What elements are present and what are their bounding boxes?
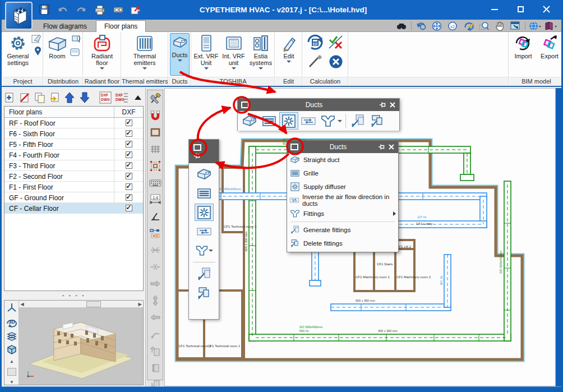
web-button[interactable] [529,21,541,31]
layers-button[interactable] [4,329,19,343]
pan-button[interactable] [493,21,506,31]
move-right-button-disabled[interactable] [147,275,163,292]
preview-horizontal-scrollbar[interactable]: ◀▶ [19,301,143,308]
toolbar-mode-icon[interactable] [193,144,201,151]
move-left-button-disabled[interactable] [147,309,163,326]
menu-item-delete-fittings[interactable]: Delete fittings [287,237,398,250]
axes-view-button[interactable] [4,301,19,315]
edit-plans-button[interactable] [31,33,42,44]
ext-vrf-unit-button[interactable]: Ext. VRF Unit [193,33,219,70]
dxf-layers-button[interactable]: DXFDWG [115,91,128,104]
floor-row-f5[interactable]: F5 - Fifth Floor [4,139,143,150]
collapse-panel-button[interactable] [132,91,144,104]
edit-floor-button[interactable] [19,91,31,104]
undo-button[interactable] [56,3,70,17]
zoom-previous-button[interactable] [415,21,427,31]
zoom-window-button[interactable] [478,21,490,31]
dxf-checkbox[interactable] [126,151,132,158]
wizard-button[interactable] [307,53,324,69]
edit-button[interactable]: Edit [278,33,300,63]
room-options-button[interactable] [70,47,81,58]
join-duct-button-disabled[interactable] [147,259,163,275]
3d-preview-canvas[interactable] [19,308,143,385]
grid-button[interactable] [147,141,163,158]
solid-view-button[interactable] [4,343,19,357]
rotate-room-button[interactable] [70,33,81,44]
save-button[interactable] [38,3,51,17]
close-icon[interactable] [389,102,396,108]
dxf-checkbox[interactable] [126,183,132,190]
bim-import-button[interactable]: Import [511,33,536,60]
estia-systems-button[interactable]: Estia systems [248,33,274,70]
preview-vertical-scrollbar[interactable]: ▲▼ [5,359,19,385]
edit-fitting-button-disabled[interactable] [147,326,163,343]
supply-diffuser-button[interactable] [195,204,214,221]
3d-rotate-button[interactable]: 3D [4,315,19,329]
snap-magnet-button[interactable] [147,107,163,124]
menu-item-inverse-flow[interactable]: Inverse the air flow direction in ducts [287,193,398,207]
dxf-checkbox[interactable] [126,141,132,147]
pin-icon[interactable] [378,144,385,150]
radiant-floor-button[interactable]: Radiant floor [88,33,116,70]
move-down-button[interactable] [79,91,91,104]
menu-item-straight-duct[interactable]: Straight duct [287,153,398,167]
floor-row-rf[interactable]: RF - Roof Floor [4,118,143,128]
panel-splitter[interactable]: ▪ ▪ ▪ ▪ [4,293,144,299]
keyboard-entry-button[interactable] [147,174,163,191]
snap-grid-button[interactable] [147,158,163,174]
redraw-button[interactable] [462,21,474,31]
floor-row-f2[interactable]: F2 - Second Floor [4,171,143,182]
grille-button[interactable] [260,112,279,130]
raise-element-button-disabled[interactable] [147,343,163,359]
inverse-flow-button[interactable] [299,112,318,130]
fittings-button[interactable] [319,112,343,130]
floor-row-gf[interactable]: GF - Ground Floor [4,192,143,203]
straight-duct-button[interactable] [195,165,214,183]
floor-row-f3[interactable]: F3 - Third Floor [4,160,143,171]
generate-fittings-button[interactable] [195,265,214,283]
tab-flow-diagrams[interactable]: Flow diagrams [35,20,95,32]
plot-button[interactable] [112,3,125,17]
pin-icon[interactable] [379,102,386,108]
fittings-button[interactable] [195,242,214,259]
ducts-button[interactable]: Ducts [170,33,190,76]
export-drawing-button[interactable] [130,3,144,17]
int-vrf-unit-button[interactable]: Int. VRF unit [220,33,247,70]
copy-floor-button[interactable] [34,91,45,104]
scroll-thumb[interactable] [86,301,101,307]
viewport-button[interactable] [509,21,522,31]
redo-button[interactable] [75,3,88,17]
dxf-checkbox[interactable] [126,119,132,126]
dxf-import-button[interactable]: DXFDWG [99,91,112,104]
pin-icon[interactable] [193,153,200,159]
minimize-button[interactable] [482,0,507,19]
bim-export-button[interactable]: Export [537,33,562,60]
delete-floor-button[interactable] [49,91,61,104]
ortho-angle-button[interactable] [147,208,163,225]
split-duct-button-disabled[interactable] [147,242,163,259]
floor-row-cf-selected[interactable]: CF - Cellar Floor [4,203,143,214]
thermal-emitters-button[interactable]: Thermal emitters [128,33,161,70]
help-button[interactable] [544,21,557,31]
dxf-checkbox[interactable] [126,205,132,211]
dxf-checkbox[interactable] [126,173,132,179]
scroll-thumb[interactable] [7,368,16,376]
menu-item-grille[interactable]: Grille [287,167,398,180]
check-results-button[interactable] [327,34,344,50]
zoom-x2-button[interactable]: x2 [446,21,459,31]
move-up-button[interactable] [64,91,76,104]
update-results-button[interactable] [306,33,324,51]
close-button[interactable] [533,0,559,19]
menu-item-fittings[interactable]: Fittings [287,207,398,220]
tools-button[interactable] [147,90,163,107]
menu-item-generate-fittings[interactable]: Generate fittings [287,223,398,237]
app-menu-button[interactable] [5,2,33,30]
search-button[interactable] [395,21,408,31]
dxf-checkbox[interactable] [126,130,132,137]
toolbar-mode-icon[interactable] [241,102,249,108]
delete-fittings-button[interactable] [195,284,214,302]
generate-fittings-button[interactable] [348,112,367,130]
cancel-calculation-button[interactable] [329,54,343,69]
floor-row-f6[interactable]: F6 - Sixth Floor [4,128,143,139]
room-button[interactable]: Room [45,33,70,60]
